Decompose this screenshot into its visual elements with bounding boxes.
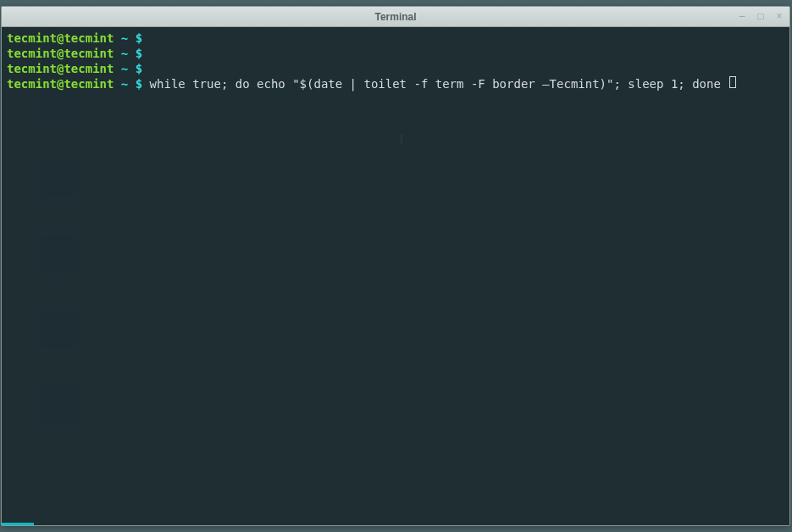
prompt-tilde: ~ (114, 76, 135, 91)
prompt-tilde: ~ (114, 61, 135, 76)
titlebar[interactable]: Terminal – □ × (2, 7, 789, 27)
terminal-body[interactable]: tecmint@tecmint ~ $ tecmint@tecmint ~ $ … (2, 27, 789, 525)
prompt-line: tecmint@tecmint ~ $ (7, 46, 784, 61)
command-text: while true; do echo "$(date | toilet -f … (142, 76, 728, 91)
terminal-window[interactable]: Terminal – □ × tecmint@tecmint ~ $ tecmi… (1, 6, 790, 526)
terminal-cursor (729, 76, 736, 88)
prompt-dollar: $ (136, 46, 142, 61)
prompt-line: tecmint@tecmint ~ $ (7, 30, 784, 46)
window-controls: – □ × (735, 9, 786, 23)
prompt-tilde: ~ (114, 46, 135, 61)
prompt-dollar: $ (136, 76, 142, 91)
prompt-dollar: $ (136, 30, 142, 46)
prompt-user-host: tecmint@tecmint (7, 30, 114, 46)
maximize-button[interactable]: □ (754, 9, 767, 23)
window-title: Terminal (374, 11, 416, 23)
close-button[interactable]: × (773, 9, 786, 23)
prompt-dollar: $ (136, 61, 142, 76)
prompt-user-host: tecmint@tecmint (7, 76, 114, 91)
ibeam-cursor-icon: I (399, 132, 403, 147)
prompt-tilde: ~ (114, 30, 135, 46)
prompt-user-host: tecmint@tecmint (7, 61, 114, 76)
prompt-line: tecmint@tecmint ~ $ (7, 61, 784, 76)
prompt-line: tecmint@tecmint ~ $ while true; do echo … (7, 76, 784, 91)
prompt-user-host: tecmint@tecmint (7, 46, 114, 61)
accent-bar (2, 523, 34, 525)
minimize-button[interactable]: – (735, 9, 749, 23)
